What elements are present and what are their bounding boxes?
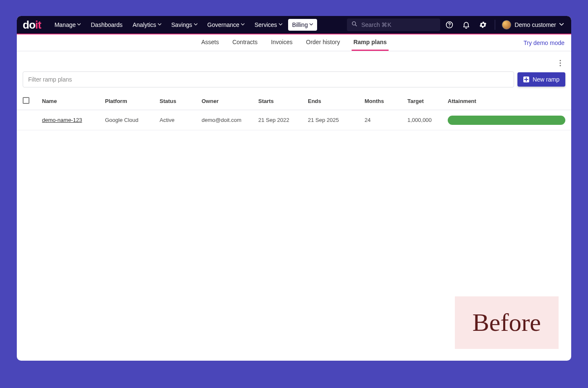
nav-label: Billing (292, 21, 308, 28)
cell-ends: 21 Sep 2025 (308, 117, 365, 123)
cell-months: 24 (365, 117, 407, 123)
attainment-bar (448, 116, 565, 125)
bell-icon[interactable] (459, 17, 474, 32)
topbar: do it Manage Dashboards Analytics Saving… (17, 16, 571, 34)
before-overlay: Before (455, 296, 559, 349)
chevron-down-icon (241, 23, 244, 26)
more-menu-icon[interactable] (556, 59, 564, 67)
select-all-checkbox[interactable] (23, 97, 29, 104)
col-target[interactable]: Target (407, 98, 448, 104)
kebab-row (17, 51, 571, 71)
svg-point-4 (559, 60, 561, 61)
gear-icon[interactable] (475, 17, 491, 32)
col-owner[interactable]: Owner (202, 98, 258, 104)
try-demo-mode-link[interactable]: Try demo mode (523, 40, 564, 46)
svg-point-3 (449, 26, 450, 27)
cell-status: Active (160, 117, 202, 123)
divider (495, 20, 495, 30)
col-attainment[interactable]: Attainment (448, 98, 565, 104)
svg-point-6 (559, 65, 561, 66)
avatar (502, 20, 511, 29)
col-starts[interactable]: Starts (258, 98, 308, 104)
col-months[interactable]: Months (365, 98, 407, 104)
nav-label: Savings (171, 21, 192, 28)
chevron-down-icon (559, 23, 563, 26)
svg-point-5 (559, 62, 561, 63)
user-menu[interactable]: Demo customer (499, 18, 565, 31)
nav-services[interactable]: Services (250, 19, 286, 31)
ramp-table: Name Platform Status Owner Starts Ends M… (17, 92, 571, 130)
nav-billing[interactable]: Billing (288, 19, 317, 31)
filter-row: New ramp (17, 71, 571, 92)
user-name: Demo customer (514, 21, 556, 28)
search-icon (351, 21, 358, 29)
col-status[interactable]: Status (160, 98, 202, 104)
tab-ramp-plans[interactable]: Ramp plans (352, 34, 388, 51)
nav-analytics[interactable]: Analytics (129, 19, 165, 31)
col-ends[interactable]: Ends (308, 98, 365, 104)
col-platform[interactable]: Platform (105, 98, 160, 104)
filter-input[interactable] (23, 71, 514, 87)
nav-label: Manage (55, 21, 76, 28)
logo-it: it (35, 18, 41, 32)
cell-owner: demo@doit.com (202, 117, 258, 123)
tab-contracts[interactable]: Contracts (231, 34, 259, 51)
col-name[interactable]: Name (42, 98, 105, 104)
cell-target: 1,000,000 (407, 117, 448, 123)
tabs: Assets Contracts Invoices Order history … (200, 34, 388, 51)
chevron-down-icon (279, 23, 282, 26)
cell-starts: 21 Sep 2022 (258, 117, 308, 123)
chevron-down-icon (77, 23, 81, 26)
table-header: Name Platform Status Owner Starts Ends M… (17, 92, 571, 110)
cell-platform: Google Cloud (105, 117, 160, 123)
new-ramp-button[interactable]: New ramp (517, 72, 565, 87)
tab-invoices[interactable]: Invoices (269, 34, 294, 51)
search-box[interactable] (347, 18, 440, 31)
chevron-down-icon (194, 23, 197, 26)
plus-icon (523, 77, 529, 82)
logo-do: do (23, 18, 35, 32)
nav-dashboards[interactable]: Dashboards (87, 19, 127, 31)
before-label: Before (472, 309, 541, 336)
nav-manage[interactable]: Manage (50, 19, 85, 31)
app-window: do it Manage Dashboards Analytics Saving… (17, 16, 571, 361)
tabs-row: Assets Contracts Invoices Order history … (17, 34, 571, 51)
new-ramp-label: New ramp (533, 76, 559, 83)
chevron-down-icon (158, 23, 161, 26)
tab-assets[interactable]: Assets (200, 34, 220, 51)
nav-label: Dashboards (91, 21, 123, 28)
tab-order-history[interactable]: Order history (304, 34, 342, 51)
nav-label: Governance (207, 21, 239, 28)
nav-governance[interactable]: Governance (203, 19, 249, 31)
search-input[interactable] (361, 21, 433, 28)
ramp-name-link[interactable]: demo-name-123 (42, 117, 82, 123)
logo[interactable]: do it (23, 18, 41, 32)
nav-savings[interactable]: Savings (167, 19, 202, 31)
nav-label: Analytics (133, 21, 156, 28)
help-icon[interactable] (442, 17, 457, 32)
chevron-down-icon (310, 23, 313, 26)
table-row: demo-name-123 Google Cloud Active demo@d… (17, 110, 571, 130)
nav-label: Services (255, 21, 277, 28)
svg-point-0 (352, 22, 356, 25)
svg-line-1 (355, 25, 357, 26)
